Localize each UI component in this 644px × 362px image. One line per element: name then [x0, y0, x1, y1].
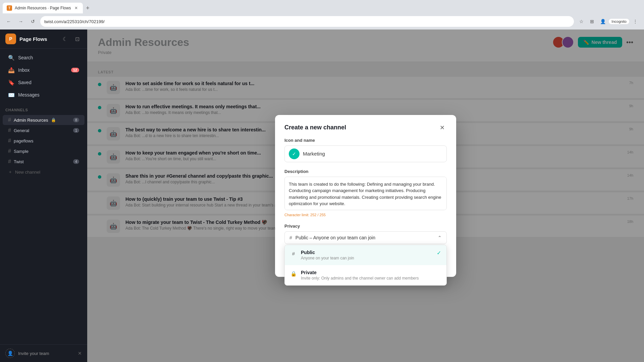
- new-tab-button[interactable]: +: [83, 3, 92, 13]
- inbox-label: Inbox: [18, 67, 30, 73]
- account-button[interactable]: 👤: [598, 17, 607, 26]
- public-title: Public: [301, 250, 433, 255]
- description-input[interactable]: This team is created to do the following…: [284, 177, 447, 210]
- channel-emoji-picker[interactable]: ✓: [289, 148, 300, 159]
- chevron-up-icon: ⌃: [438, 235, 442, 240]
- app-container: P Page Flows ☾ ⊡ 🔍 Search 📥 Inbox 12 🔖 S…: [0, 29, 644, 362]
- description-group: Description This team is created to do t…: [284, 169, 447, 217]
- description-label: Description: [284, 169, 447, 174]
- workspace-name: Page Flows: [19, 36, 57, 42]
- channel-hash-icon: #: [8, 148, 11, 154]
- invite-team-section[interactable]: 👤 Invite your team ✕: [0, 344, 87, 362]
- lock-icon: 🔒: [290, 270, 297, 277]
- modal-close-button[interactable]: ✕: [437, 123, 447, 132]
- main-content: Admin Resources Private ✏️ New thread ••…: [87, 29, 644, 362]
- lock-icon: 🔒: [51, 118, 56, 122]
- tab-close-button[interactable]: ✕: [73, 5, 79, 11]
- icon-name-field[interactable]: ✓: [284, 145, 447, 162]
- moon-icon[interactable]: ☾: [60, 34, 70, 44]
- modal-title: Create a new channel: [284, 124, 346, 131]
- add-channel-button[interactable]: ＋ New channel: [3, 167, 85, 177]
- browser-chrome: T Admin Resources · Page Flows ✕ + ← → ↺…: [0, 0, 644, 29]
- incognito-badge: Incognito: [609, 19, 629, 24]
- channels-section: Channels # Admin Resources 🔒 8 # General…: [0, 104, 87, 344]
- hash-icon: #: [289, 235, 292, 240]
- invite-close-icon[interactable]: ✕: [78, 351, 82, 356]
- general-badge: 1: [73, 128, 79, 133]
- address-bar[interactable]: twist.com/a/225310/ch/702199/: [40, 16, 574, 27]
- sidebar-header-actions: ☾ ⊡: [60, 34, 82, 44]
- private-title: Private: [301, 270, 441, 275]
- channel-label-pageflows: pageflows: [14, 138, 34, 143]
- sidebar-item-search[interactable]: 🔍 Search: [3, 52, 85, 64]
- privacy-option-private[interactable]: 🔒 Private Invite only: Only admins and t…: [285, 265, 446, 285]
- tab-bar: T Admin Resources · Page Flows ✕ +: [0, 0, 644, 13]
- public-hash-icon: #: [290, 250, 297, 257]
- inbox-icon: 📥: [8, 67, 15, 73]
- modal-header: Create a new channel ✕: [275, 115, 456, 138]
- add-channel-label: New channel: [15, 170, 40, 175]
- modal-body: Icon and name ✓ Description This team is…: [275, 138, 456, 244]
- channel-item-sample[interactable]: # Sample: [3, 146, 85, 156]
- channels-header: Channels: [0, 107, 87, 115]
- channel-label-twist: Twist: [14, 159, 24, 164]
- privacy-options-dropdown: # Public Anyone on your team can join ✓ …: [284, 245, 447, 286]
- channel-item-twist[interactable]: # Twist 4: [3, 157, 85, 167]
- invite-icon: 👤: [5, 349, 15, 358]
- bookmark-button[interactable]: ☆: [577, 17, 586, 26]
- sidebar-nav: 🔍 Search 📥 Inbox 12 🔖 Saved ✉️ Messages: [0, 49, 87, 104]
- back-button[interactable]: ←: [4, 17, 13, 26]
- refresh-button[interactable]: ↺: [28, 17, 38, 26]
- sidebar-header: P Page Flows ☾ ⊡: [0, 29, 87, 49]
- forward-button[interactable]: →: [16, 17, 25, 26]
- menu-button[interactable]: ⋮: [631, 17, 640, 26]
- channel-item-admin-resources[interactable]: # Admin Resources 🔒 8: [3, 115, 85, 125]
- icon-name-group: Icon and name ✓: [284, 138, 447, 162]
- privacy-label: Privacy: [284, 224, 447, 229]
- twist-badge: 4: [73, 159, 79, 164]
- search-label: Search: [18, 55, 33, 60]
- channel-label-admin-resources: Admin Resources: [14, 118, 48, 123]
- messages-icon: ✉️: [8, 92, 15, 98]
- invite-label: Invite your team: [18, 351, 74, 356]
- sidebar: P Page Flows ☾ ⊡ 🔍 Search 📥 Inbox 12 🔖 S…: [0, 29, 87, 362]
- channel-name-input[interactable]: [303, 151, 442, 157]
- url-text: twist.com/a/225310/ch/702199/: [44, 19, 105, 24]
- channel-label-sample: Sample: [14, 149, 29, 154]
- privacy-option-text-private: Private Invite only: Only admins and the…: [301, 270, 441, 281]
- modal-overlay: Create a new channel ✕ Icon and name ✓ D…: [87, 29, 644, 362]
- plus-icon: ＋: [8, 169, 12, 175]
- privacy-selected[interactable]: # Public – Anyone on your team can join …: [284, 231, 447, 244]
- inbox-badge: 12: [71, 68, 79, 72]
- saved-label: Saved: [18, 80, 32, 85]
- tab-title: Admin Resources · Page Flows: [15, 6, 71, 10]
- public-description: Anyone on your team can join: [301, 256, 433, 260]
- messages-label: Messages: [18, 92, 40, 98]
- workspace-icon: P: [5, 34, 16, 44]
- layout-icon[interactable]: ⊡: [72, 34, 82, 44]
- public-check-icon: ✓: [437, 250, 441, 256]
- channel-label-general: General: [14, 128, 29, 133]
- channel-item-general[interactable]: # General 1: [3, 125, 85, 135]
- privacy-option-public[interactable]: # Public Anyone on your team can join ✓: [285, 245, 446, 265]
- channel-hash-icon: #: [8, 127, 11, 133]
- channel-hash-icon: #: [8, 159, 11, 165]
- admin-resources-badge: 8: [73, 118, 79, 122]
- saved-icon: 🔖: [8, 79, 15, 86]
- channel-item-pageflows[interactable]: # pageflows: [3, 136, 85, 146]
- search-icon: 🔍: [8, 54, 15, 61]
- privacy-dropdown: # Public – Anyone on your team can join …: [284, 231, 447, 244]
- channel-hash-icon: #: [8, 117, 11, 123]
- tab-favicon: T: [7, 5, 12, 11]
- icon-name-label: Icon and name: [284, 138, 447, 143]
- sidebar-item-inbox[interactable]: 📥 Inbox 12: [3, 64, 85, 76]
- privacy-selected-label: Public – Anyone on your team can join: [296, 235, 375, 240]
- char-limit-text: Character limit: 252 / 255: [284, 213, 447, 217]
- browser-actions: ☆ ⊞ 👤 Incognito ⋮: [577, 17, 640, 26]
- private-description: Invite only: Only admins and the channel…: [301, 276, 441, 281]
- sidebar-item-messages[interactable]: ✉️ Messages: [3, 89, 85, 101]
- sidebar-item-saved[interactable]: 🔖 Saved: [3, 76, 85, 88]
- privacy-option-text-public: Public Anyone on your team can join: [301, 250, 433, 260]
- extension-button[interactable]: ⊞: [587, 17, 597, 26]
- browser-tab[interactable]: T Admin Resources · Page Flows ✕: [3, 3, 83, 13]
